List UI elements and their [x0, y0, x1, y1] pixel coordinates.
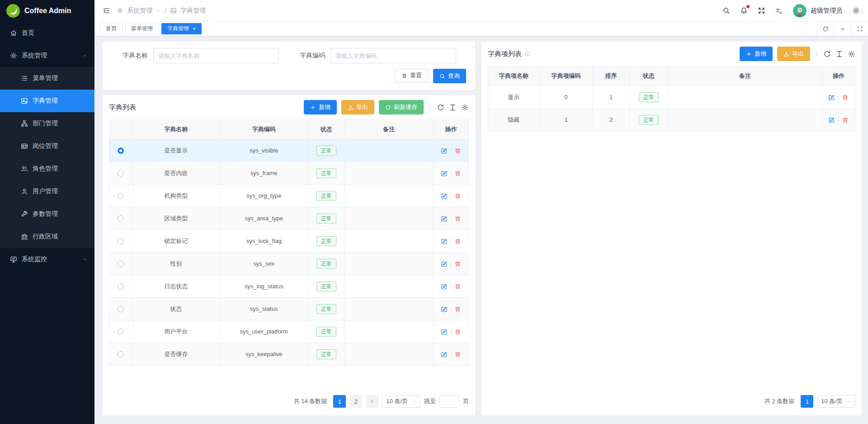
- maximize-icon[interactable]: [851, 22, 868, 36]
- settings-icon[interactable]: [848, 50, 855, 58]
- delete-icon[interactable]: [454, 329, 461, 335]
- page-size-select[interactable]: 10 条/页: [817, 395, 855, 408]
- breadcrumb-parent[interactable]: 系统管理: [127, 7, 152, 15]
- tab-字典管理[interactable]: 字典管理×: [161, 23, 202, 34]
- row-radio[interactable]: [118, 283, 124, 290]
- tabbar-controls: [816, 22, 868, 36]
- table-row[interactable]: 隐藏12正常: [488, 109, 855, 131]
- edit-icon[interactable]: [441, 215, 448, 222]
- next-page-button[interactable]: [366, 395, 378, 408]
- row-radio[interactable]: [118, 170, 124, 176]
- edit-icon[interactable]: [441, 283, 448, 290]
- delete-icon[interactable]: [842, 117, 849, 124]
- sidebar-item-system-management[interactable]: 系统管理: [0, 44, 94, 67]
- row-radio[interactable]: [118, 351, 124, 357]
- export-button[interactable]: 导出: [777, 47, 810, 61]
- chevron-down-icon[interactable]: [834, 22, 851, 36]
- export-button[interactable]: 导出: [341, 100, 374, 114]
- line-height-icon[interactable]: [449, 104, 457, 111]
- edit-icon[interactable]: [828, 117, 835, 124]
- settings-icon[interactable]: [852, 7, 860, 14]
- user-menu[interactable]: 超级管理员: [793, 4, 842, 18]
- dict-list-card: 字典列表 新增导出刷新缓存 字典名称字典编码状态备注操作是否显示sys_visi…: [103, 95, 475, 415]
- page-button-1[interactable]: 1: [333, 395, 346, 408]
- edit-icon[interactable]: [441, 238, 448, 245]
- sidebar-item-param-management[interactable]: 参数管理: [0, 203, 94, 225]
- tab-菜单管理[interactable]: 菜单管理: [125, 23, 159, 34]
- translate-icon[interactable]: 文A: [775, 7, 783, 14]
- sidebar-item-home[interactable]: 首页: [0, 22, 94, 44]
- sidebar-item-role-management[interactable]: 角色管理: [0, 157, 94, 180]
- edit-icon[interactable]: [441, 329, 448, 335]
- tab-首页[interactable]: 首页: [100, 23, 123, 34]
- jump-input[interactable]: [439, 395, 459, 408]
- add-button[interactable]: 新增: [304, 100, 337, 114]
- line-height-icon[interactable]: [835, 50, 843, 58]
- fullscreen-icon[interactable]: [758, 7, 765, 14]
- row-radio[interactable]: [118, 238, 124, 244]
- sidebar-item-dept-management[interactable]: 部门管理: [0, 112, 94, 135]
- row-radio[interactable]: [118, 306, 124, 312]
- sidebar-item-post-management[interactable]: 岗位管理: [0, 135, 94, 157]
- query-button[interactable]: 查询: [433, 69, 466, 83]
- table-row[interactable]: 性别sys_sex正常: [109, 252, 469, 275]
- refresh-cache-button[interactable]: 刷新缓存: [379, 100, 424, 114]
- refresh-icon[interactable]: [816, 22, 834, 36]
- status-badge: 正常: [316, 146, 336, 156]
- refresh-icon[interactable]: [437, 104, 444, 111]
- delete-icon[interactable]: [454, 351, 461, 358]
- edit-icon[interactable]: [441, 306, 448, 313]
- close-icon[interactable]: ×: [193, 26, 196, 32]
- table-row[interactable]: 日志状态sys_log_status正常: [109, 275, 469, 298]
- row-radio[interactable]: [118, 148, 124, 154]
- table-row[interactable]: 是否显示sys_visible正常: [109, 139, 469, 162]
- delete-icon[interactable]: [454, 193, 461, 200]
- add-button[interactable]: 新增: [740, 47, 773, 61]
- edit-icon[interactable]: [441, 170, 448, 177]
- edit-icon[interactable]: [441, 148, 448, 154]
- table-row[interactable]: 区域类型sys_area_type正常: [109, 207, 469, 230]
- sidebar-item-system-monitor[interactable]: 系统监控: [0, 248, 94, 271]
- settings-icon[interactable]: [461, 104, 469, 111]
- delete-icon[interactable]: [454, 283, 461, 290]
- page-button-1[interactable]: 1: [801, 395, 813, 408]
- collapse-sidebar-icon[interactable]: [103, 7, 110, 14]
- edit-icon[interactable]: [441, 261, 448, 267]
- page-button-2[interactable]: 2: [349, 395, 362, 408]
- row-radio[interactable]: [118, 193, 124, 199]
- delete-icon[interactable]: [454, 261, 461, 267]
- delete-icon[interactable]: [454, 170, 461, 177]
- sidebar-item-label: 字典管理: [33, 97, 58, 105]
- table-row[interactable]: 用户平台sys_user_platform正常: [109, 320, 469, 343]
- sidebar-item-menu-management[interactable]: 菜单管理: [0, 67, 94, 90]
- table-row[interactable]: 机构类型sys_org_type正常: [109, 185, 469, 207]
- dict-code-input[interactable]: [330, 48, 456, 63]
- sidebar-item-admin-region[interactable]: 行政区域: [0, 225, 94, 248]
- search-icon[interactable]: [722, 7, 730, 14]
- delete-icon[interactable]: [842, 94, 849, 101]
- table-row[interactable]: 锁定标记sys_lock_flag正常: [109, 230, 469, 252]
- page-size-select[interactable]: 10 条/页: [382, 395, 420, 408]
- cell-name: 日志状态: [132, 275, 219, 298]
- delete-icon[interactable]: [454, 306, 461, 313]
- sidebar-item-dict-management[interactable]: 字典管理: [0, 90, 94, 112]
- table-row[interactable]: 是否缓存sys_keepalive正常: [109, 343, 469, 366]
- edit-icon[interactable]: [828, 94, 835, 101]
- row-radio[interactable]: [118, 215, 124, 222]
- edit-icon[interactable]: [441, 351, 448, 358]
- delete-icon[interactable]: [454, 215, 461, 222]
- sidebar-item-user-management[interactable]: 用户管理: [0, 180, 94, 203]
- delete-icon[interactable]: [454, 148, 461, 154]
- button-label: 导出: [792, 50, 804, 58]
- refresh-icon[interactable]: [823, 50, 831, 58]
- table-row[interactable]: 状态sys_status正常: [109, 298, 469, 320]
- dict-name-input[interactable]: [153, 48, 279, 63]
- delete-icon[interactable]: [454, 238, 461, 245]
- row-radio[interactable]: [118, 261, 124, 267]
- reset-button[interactable]: 重置: [395, 69, 429, 82]
- row-radio[interactable]: [118, 329, 124, 335]
- bell-icon[interactable]: [740, 7, 748, 14]
- edit-icon[interactable]: [441, 193, 448, 200]
- table-row[interactable]: 显示01正常: [488, 86, 855, 109]
- table-row[interactable]: 是否内嵌sys_frame正常: [109, 162, 469, 185]
